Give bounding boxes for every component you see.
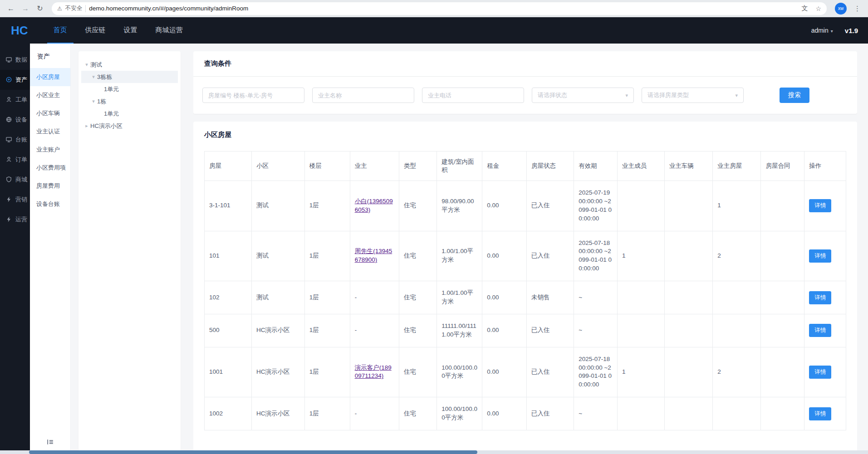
owner-link[interactable]: 演示客户(18909711234) — [355, 364, 392, 380]
caret-down-icon[interactable]: ▾ — [83, 62, 90, 68]
house-type-select[interactable]: 请选择房屋类型 ▾ — [642, 88, 744, 103]
detail-button[interactable]: 详情 — [809, 407, 831, 420]
bolt-icon — [5, 196, 13, 203]
rail-item-label: 数据 — [15, 56, 27, 64]
tree-node-label[interactable]: 1单元 — [104, 85, 119, 93]
cell-action: 详情 — [804, 231, 846, 281]
submenu-item-community-fee-item[interactable]: 小区费用项 — [30, 159, 70, 177]
app-logo[interactable]: HC — [11, 24, 28, 38]
rail-item-marketing[interactable]: 营销 — [0, 190, 30, 210]
house-number-input[interactable] — [202, 88, 304, 103]
collapse-sidebar-icon[interactable] — [46, 438, 54, 448]
building-tree-panel: ▾测试▾3栋栋1单元▾1栋1单元▸HC演示小区 — [78, 51, 181, 454]
search-button[interactable]: 搜索 — [780, 88, 809, 103]
chevron-down-icon: ▾ — [735, 93, 738, 98]
cell-houses: 1 — [713, 181, 761, 231]
column-header: 业主 — [350, 151, 399, 181]
detail-button[interactable]: 详情 — [809, 366, 831, 379]
table-row: 102测试1层-住宅1.00/1.00平方米0.00未销售~详情 — [205, 281, 846, 314]
tree-node[interactable]: ▾测试 — [81, 59, 178, 71]
cell-status: 已入住 — [527, 347, 574, 397]
rail-item-mall[interactable]: 商城 — [0, 170, 30, 190]
cell-vehicles — [665, 231, 713, 281]
browser-chrome: ← → ↻ ⚠ 不安全 demo.homecommunity.cn/#/page… — [0, 0, 868, 17]
rail-item-device[interactable]: 设备 — [0, 110, 30, 130]
nav-settings[interactable]: 设置 — [118, 17, 144, 44]
submenu-item-device-ledger[interactable]: 设备台账 — [30, 195, 70, 213]
detail-button[interactable]: 详情 — [809, 199, 831, 212]
submenu-item-community-owner[interactable]: 小区业主 — [30, 86, 70, 104]
caret-right-icon[interactable]: ▸ — [83, 123, 90, 129]
column-header: 有效期 — [574, 151, 618, 181]
cell-rent: 0.00 — [482, 314, 527, 347]
tree-node-label[interactable]: HC演示小区 — [90, 122, 123, 130]
column-header: 建筑/室内面积 — [437, 151, 482, 181]
tree-node-label[interactable]: 测试 — [90, 61, 102, 69]
nav-home[interactable]: 首页 — [47, 17, 74, 44]
tree-node[interactable]: ▸HC演示小区 — [81, 120, 178, 132]
cell-house: 1002 — [205, 397, 252, 430]
owner-name-input[interactable] — [312, 88, 414, 103]
cell-status: 已入住 — [527, 314, 574, 347]
cell-vehicles — [665, 314, 713, 347]
rail-item-ledger[interactable]: 台账 — [0, 130, 30, 150]
tree-node[interactable]: ▾3栋栋 — [81, 71, 178, 83]
submenu-item-community-house[interactable]: 小区房屋 — [30, 68, 70, 86]
submenu-item-house-fee[interactable]: 房屋费用 — [30, 177, 70, 195]
reload-icon[interactable]: ↻ — [34, 2, 46, 15]
tree-node-label[interactable]: 1栋 — [97, 98, 106, 106]
tree-node[interactable]: ▾1栋 — [81, 95, 178, 107]
translate-icon[interactable]: 文 — [801, 5, 808, 13]
owner-link[interactable]: 小白(13965096053) — [355, 198, 393, 213]
back-icon[interactable]: ← — [5, 2, 17, 15]
address-bar[interactable]: ⚠ 不安全 demo.homecommunity.cn/#/pages/comm… — [52, 2, 827, 15]
coin-icon — [5, 76, 13, 83]
table-row: 1001HC演示小区1层演示客户(18909711234)住宅100.00/10… — [205, 347, 846, 397]
forward-icon[interactable]: → — [19, 2, 32, 15]
owner-link[interactable]: 周先生(13945678900) — [355, 248, 392, 263]
owner-phone-input[interactable] — [422, 88, 524, 103]
rail-item-order[interactable]: 订单 — [0, 150, 30, 170]
rail-item-workorder[interactable]: 工单 — [0, 90, 30, 110]
tree-node-label[interactable]: 1单元 — [104, 110, 119, 118]
cell-area: 100.00/100.00平方米 — [437, 397, 482, 430]
cell-houses: 2 — [713, 231, 761, 281]
cell-members — [617, 314, 664, 347]
detail-button[interactable]: 详情 — [809, 291, 831, 304]
horizontal-scrollbar[interactable] — [0, 450, 868, 454]
caret-down-icon[interactable]: ▾ — [90, 74, 97, 80]
profile-avatar[interactable]: xw — [835, 3, 847, 15]
rail-item-data[interactable]: 数据 — [0, 50, 30, 70]
column-header: 类型 — [399, 151, 436, 181]
rail-item-asset[interactable]: 资产 — [0, 70, 30, 90]
submenu-item-community-vehicle[interactable]: 小区车辆 — [30, 104, 70, 122]
scrollbar-thumb[interactable] — [29, 450, 477, 454]
caret-down-icon[interactable]: ▾ — [90, 98, 97, 104]
omnibox-divider — [85, 5, 86, 12]
rail-item-operation[interactable]: 运营 — [0, 210, 30, 229]
submenu-item-owner-auth[interactable]: 业主认证 — [30, 122, 70, 141]
cell-validity: 2025-07-19 00:00:00 ~2099-01-01 00:00:00 — [574, 181, 618, 231]
user-menu[interactable]: admin▾ — [811, 27, 833, 34]
submenu-sidebar: 资产 小区房屋小区业主小区车辆业主认证业主账户小区费用项房屋费用设备台账 — [30, 44, 71, 454]
cell-action: 详情 — [804, 397, 846, 430]
column-header: 房屋 — [205, 151, 252, 181]
cell-vehicles — [665, 397, 713, 430]
person-icon — [5, 156, 13, 163]
tree-node[interactable]: 1单元 — [81, 83, 178, 95]
nav-mall-operation[interactable]: 商城运营 — [149, 17, 189, 44]
detail-button[interactable]: 详情 — [809, 324, 831, 337]
status-select[interactable]: 请选择状态 ▾ — [532, 88, 634, 103]
monitor-icon — [5, 56, 13, 63]
app-header: HC 首页供应链设置商城运营 admin▾ v1.9 — [0, 17, 868, 44]
browser-menu-icon[interactable]: ⋮ — [851, 5, 863, 13]
detail-button[interactable]: 详情 — [809, 249, 831, 263]
cell-owner: - — [350, 281, 399, 314]
tree-node[interactable]: 1单元 — [81, 107, 178, 120]
tree-node-label[interactable]: 3栋栋 — [97, 73, 112, 81]
content-area: ▾测试▾3栋栋1单元▾1栋1单元▸HC演示小区 查询条件 请选择状态 ▾ 请选择… — [71, 44, 868, 454]
submenu-item-owner-account[interactable]: 业主账户 — [30, 141, 70, 159]
cell-owner: - — [350, 397, 399, 430]
bookmark-star-icon[interactable]: ☆ — [815, 5, 821, 12]
nav-supply-chain[interactable]: 供应链 — [79, 17, 112, 44]
